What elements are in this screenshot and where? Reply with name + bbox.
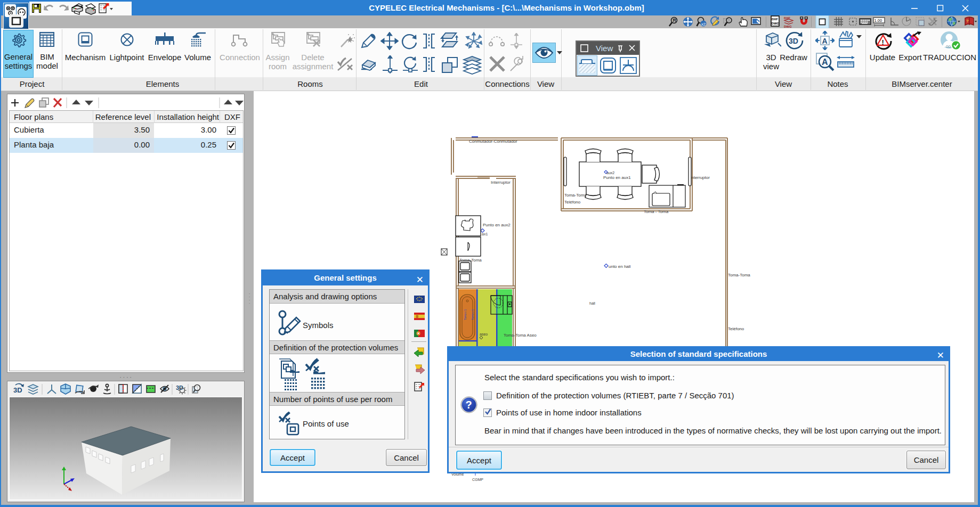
svg-text:3D: 3D xyxy=(789,37,798,45)
svg-text:!: ! xyxy=(882,38,884,46)
svg-text:Interruptor: Interruptor xyxy=(491,180,511,185)
svg-text:DWG: DWG xyxy=(772,22,780,25)
svg-text:R: R xyxy=(673,18,676,23)
svg-text:Toma x 1: Toma x 1 xyxy=(464,309,467,320)
svg-text:A: A xyxy=(822,58,828,67)
svg-text:Conmutador-Conmutador: Conmutador-Conmutador xyxy=(469,139,517,144)
svg-text:?: ? xyxy=(466,399,472,411)
svg-text:A: A xyxy=(822,37,828,45)
svg-text:Teléfono: Teléfono xyxy=(728,326,744,331)
svg-text:unto en hall: unto en hall xyxy=(609,264,631,269)
svg-text:aseo: aseo xyxy=(480,332,488,336)
svg-text:3D: 3D xyxy=(13,386,22,394)
svg-text:Punto en aux1: Punto en aux1 xyxy=(603,175,631,180)
svg-text:hall: hall xyxy=(589,301,595,305)
svg-text:Interruptor: Interruptor xyxy=(690,175,710,180)
svg-text:DXF: DXF xyxy=(772,18,778,21)
svg-text:View: View xyxy=(596,44,613,53)
svg-text:CGMP: CGMP xyxy=(472,478,483,481)
svg-text:Toma x 1: Toma x 1 xyxy=(471,309,474,320)
svg-text:Teléfono: Teléfono xyxy=(564,200,581,205)
svg-text:1.00: 1.00 xyxy=(874,18,882,23)
svg-text:Punto en aux2: Punto en aux2 xyxy=(483,223,511,227)
svg-text:Toma-Toma: Toma-Toma xyxy=(728,273,750,277)
svg-text:?: ? xyxy=(966,19,969,23)
svg-text:00: 00 xyxy=(946,44,951,49)
svg-text:Toma - Toma: Toma - Toma xyxy=(644,209,669,214)
svg-text:Toma-Toma Aseo: Toma-Toma Aseo xyxy=(504,333,537,338)
svg-text:DWG: DWG xyxy=(784,25,792,28)
svg-text:x2: x2 xyxy=(701,22,706,27)
svg-text:aux2: aux2 xyxy=(606,171,614,175)
